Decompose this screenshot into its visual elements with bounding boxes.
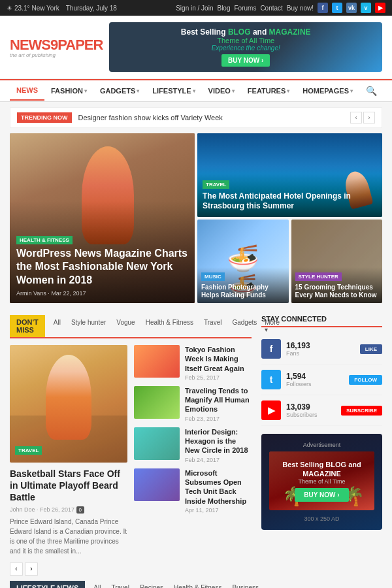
trending-bar: TRENDING NOW Designer fashion show kicks…: [10, 107, 382, 128]
top-bar-links: Sign in / Join Blog Forums Contact Buy n…: [176, 3, 385, 13]
featured-card-badge: Travel: [15, 445, 42, 457]
top-bar-left: ☀ 23.1° New York Thursday, July 18: [7, 5, 117, 12]
sidebar-ad-size: 300 x 250 AD: [269, 515, 374, 522]
sidebar-advertisement: Advertisement 🌴 🌴 Best Selling BLOG and …: [261, 434, 382, 530]
dont-miss-header: DON'T MISS All Style hunter Vogue Health…: [10, 315, 252, 338]
tab-gadgets[interactable]: Gadgets: [227, 316, 262, 336]
twitter-follow-button[interactable]: FOLLOW: [349, 375, 382, 385]
sign-in-link[interactable]: Sign in / Join: [176, 5, 213, 12]
featured-card-meta: John Doe · Feb 26, 2017 0: [10, 506, 127, 513]
page-prev-button[interactable]: ‹: [10, 563, 23, 576]
search-icon[interactable]: 🔍: [361, 80, 382, 101]
hero-main-badge: HEALTH & FITNESS: [16, 236, 73, 244]
tab-health[interactable]: Health & Fitness: [140, 316, 199, 336]
trending-next-button[interactable]: ›: [363, 112, 375, 123]
small-cards-list: Tokyo Fashion Week Is Making Itself Grea…: [134, 345, 252, 514]
contact-link[interactable]: Contact: [260, 5, 282, 12]
twitter-icon-big: t: [261, 370, 281, 389]
hero-bottom-right-title: 15 Grooming Techniques Every Man Needs t…: [295, 284, 379, 299]
hero-bottom-right-card[interactable]: STYLE HUNTER 15 Grooming Techniques Ever…: [291, 220, 383, 303]
lifestyle-tabs: All Travel Recipes Health & Fitness Busi…: [88, 581, 264, 588]
hero-grid: HEALTH & FITNESS WordPress News Magazine…: [10, 133, 382, 303]
temp-location: ☀ 23.1° New York: [7, 5, 59, 12]
trending-label: TRENDING NOW: [17, 112, 72, 123]
tab-vogue[interactable]: Vogue: [111, 316, 140, 336]
small-card-3[interactable]: Interior Design: Hexagon is the New Circ…: [134, 427, 252, 463]
hero-top-right-card[interactable]: TRAVEL The Most Anticipated Hotel Openin…: [197, 133, 382, 217]
nav-homepages[interactable]: HOMEPAGES ▾: [296, 82, 359, 100]
featured-card[interactable]: Travel Basketball Stars Face Off in Ulti…: [10, 345, 127, 556]
twitter-icon[interactable]: t: [332, 3, 342, 13]
nav-features[interactable]: FEATURES ▾: [241, 82, 296, 100]
featured-card-title: Basketball Stars Face Off in Ultimate Pl…: [10, 468, 127, 504]
hero-bottom-left-title: Fashion Photography Helps Raising Funds: [201, 284, 285, 299]
lifestyle-tab-health[interactable]: Health & Fitness: [169, 581, 227, 588]
facebook-icon[interactable]: f: [318, 3, 328, 13]
small-card-1[interactable]: Tokyo Fashion Week Is Making Itself Grea…: [134, 345, 252, 381]
lifestyle-title: LIFESTYLE NEWS: [10, 581, 85, 588]
hero-bottom-left-badge: MUSIC: [201, 272, 225, 281]
small-card-1-date: Feb 25, 2017: [185, 374, 252, 381]
blog-link[interactable]: Blog: [217, 5, 230, 12]
dont-miss-grid: Travel Basketball Stars Face Off in Ulti…: [10, 345, 252, 556]
facebook-icon-big: f: [261, 339, 281, 359]
logo: NEWS9PAPER the art of publishing: [10, 37, 103, 58]
twitter-row: t 1,594 Followers FOLLOW: [261, 365, 382, 395]
youtube-subscribe-button[interactable]: SUBSCRIBE: [341, 406, 382, 416]
header-advertisement: Best Selling BLOG and MAGAZINE Theme of …: [109, 22, 382, 72]
featured-card-image: Travel: [10, 345, 127, 463]
youtube-row: ▶ 13,039 Subscribers SUBSCRIBE: [261, 395, 382, 426]
dont-miss-column: DON'T MISS All Style hunter Vogue Health…: [10, 315, 252, 576]
top-bar: ☀ 23.1° New York Thursday, July 18 Sign …: [0, 0, 392, 16]
lifestyle-tab-all[interactable]: All: [88, 581, 106, 588]
navigation: NEWS FASHION ▾ GADGETS ▾ LIFESTYLE ▾ VID…: [0, 79, 392, 102]
lifestyle-section: LIFESTYLE NEWS All Travel Recipes Health…: [0, 576, 392, 588]
header-ad-buy-button[interactable]: BUY NOW ›: [221, 54, 270, 67]
hero-bottom-left-card[interactable]: 🍜 MUSIC Fashion Photography Helps Raisin…: [197, 220, 289, 303]
tab-travel[interactable]: Travel: [199, 316, 227, 336]
section-pagination: ‹ ›: [10, 563, 252, 576]
sidebar-ad-buy-button[interactable]: BUY NOW ›: [295, 488, 348, 502]
vimeo-icon[interactable]: v: [361, 3, 371, 13]
sidebar-ad-image: 🌴 🌴 Best Selling BLOG and MAGAZINE Theme…: [269, 451, 374, 510]
hero-top-right-badge: TRAVEL: [203, 180, 229, 189]
hero-main-overlay: HEALTH & FITNESS WordPress News Magazine…: [10, 228, 195, 303]
nav-lifestyle[interactable]: LIFESTYLE ▾: [146, 82, 201, 100]
youtube-icon[interactable]: ▶: [375, 3, 385, 13]
small-card-4-title: Microsoft Subsumes Open Tech Unit Back I…: [185, 468, 252, 506]
trending-prev-button[interactable]: ‹: [350, 112, 362, 123]
small-card-3-date: Feb 24, 2017: [185, 457, 252, 463]
small-card-2-date: Feb 23, 2017: [185, 416, 252, 422]
lifestyle-tab-travel[interactable]: Travel: [106, 581, 134, 588]
youtube-icon-big: ▶: [261, 400, 281, 420]
small-card-4-image: [134, 468, 180, 501]
sidebar: STAY CONNECTED f 16,193 Fans LIKE t 1,59…: [261, 315, 382, 576]
small-card-2-image: [134, 386, 180, 419]
small-card-3-image: [134, 427, 180, 460]
small-card-4-date: Apr 11, 2017: [185, 507, 252, 514]
hero-main-card[interactable]: HEALTH & FITNESS WordPress News Magazine…: [10, 133, 195, 303]
forums-link[interactable]: Forums: [234, 5, 256, 12]
small-card-3-title: Interior Design: Hexagon is the New Circ…: [185, 427, 252, 455]
comment-count-icon: 0: [76, 506, 84, 514]
lifestyle-tab-business[interactable]: Business: [227, 581, 264, 588]
facebook-like-button[interactable]: LIKE: [360, 344, 382, 354]
lifestyle-tab-recipes[interactable]: Recipes: [135, 581, 169, 588]
tab-all[interactable]: All: [48, 316, 66, 336]
tab-style[interactable]: Style hunter: [66, 316, 111, 336]
vk-icon[interactable]: vk: [346, 3, 357, 13]
buy-now-link[interactable]: Buy now!: [287, 5, 314, 12]
small-card-1-image: [134, 345, 180, 378]
nav-video[interactable]: VIDEO ▾: [202, 82, 241, 100]
small-card-1-title: Tokyo Fashion Week Is Making Itself Grea…: [185, 345, 252, 373]
nav-gadgets[interactable]: GADGETS ▾: [93, 82, 146, 100]
page-next-button[interactable]: ›: [25, 563, 38, 576]
stay-connected-header: STAY CONNECTED: [261, 315, 382, 327]
nav-news[interactable]: NEWS: [10, 81, 44, 101]
small-card-2-title: Traveling Tends to Magnify All Human Emo…: [185, 386, 252, 414]
hero-bottom-grid: 🍜 MUSIC Fashion Photography Helps Raisin…: [197, 220, 382, 303]
small-card-2[interactable]: Traveling Tends to Magnify All Human Emo…: [134, 386, 252, 422]
nav-fashion[interactable]: FASHION ▾: [44, 82, 93, 100]
small-card-4[interactable]: Microsoft Subsumes Open Tech Unit Back I…: [134, 468, 252, 514]
hero-top-right-overlay: TRAVEL The Most Anticipated Hotel Openin…: [197, 174, 382, 217]
